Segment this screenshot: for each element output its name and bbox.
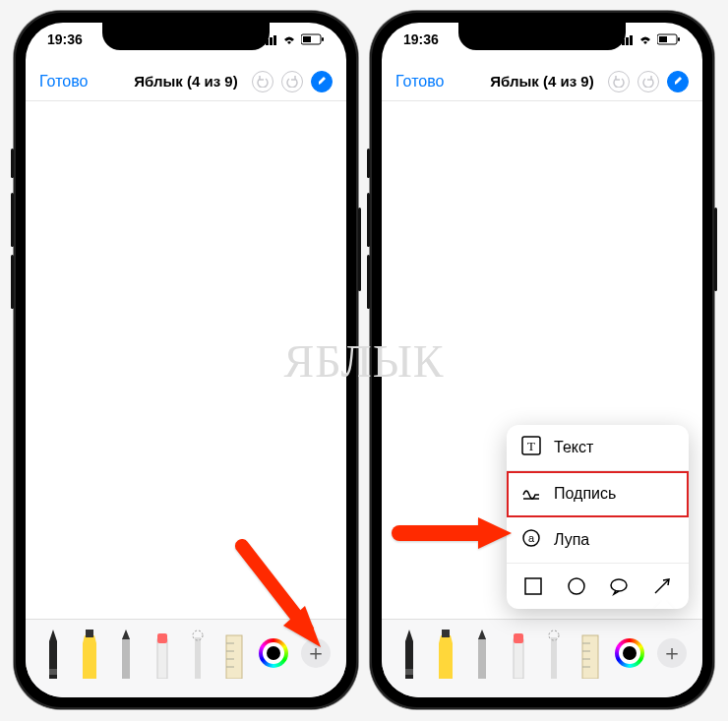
lasso-tool[interactable] [542, 628, 566, 679]
svg-rect-40 [582, 635, 598, 679]
svg-rect-34 [405, 669, 413, 675]
page-title: Яблык (4 из 9) [490, 73, 593, 90]
notch [102, 23, 270, 50]
svg-rect-35 [442, 630, 450, 637]
annotation-arrow [222, 531, 340, 669]
status-time: 19:36 [47, 31, 83, 47]
svg-text:T: T [527, 439, 535, 453]
svg-point-31 [569, 578, 584, 594]
marker-tool[interactable] [434, 628, 457, 679]
color-picker[interactable] [615, 638, 644, 668]
svg-rect-3 [273, 35, 276, 45]
status-time: 19:36 [403, 31, 439, 47]
shape-speech-bubble[interactable] [606, 573, 632, 599]
add-button[interactable]: ＋ [657, 638, 687, 668]
svg-rect-11 [195, 637, 201, 679]
volume-button [11, 255, 14, 309]
markup-toolbar: ＋ [382, 619, 702, 697]
svg-rect-20 [626, 37, 629, 45]
undo-button[interactable] [608, 71, 630, 92]
done-button[interactable]: Готово [39, 73, 88, 90]
svg-marker-48 [478, 517, 512, 549]
shape-arrow[interactable] [649, 573, 675, 599]
battery-icon [301, 33, 325, 45]
svg-rect-6 [322, 37, 324, 41]
power-button [358, 208, 361, 291]
svg-point-32 [611, 579, 627, 591]
svg-rect-9 [157, 639, 167, 679]
svg-rect-2 [270, 37, 273, 45]
menu-label: Текст [554, 439, 593, 456]
markup-button[interactable] [311, 71, 333, 92]
power-button [714, 208, 717, 291]
undo-button[interactable] [252, 71, 273, 92]
svg-line-33 [655, 580, 668, 593]
volume-button [367, 149, 370, 178]
page-title: Яблык (4 из 9) [134, 73, 237, 90]
eraser-tool[interactable] [151, 628, 174, 679]
redo-button[interactable] [281, 71, 303, 92]
text-icon: T [520, 435, 542, 460]
menu-label: Лупа [554, 531, 589, 549]
nav-bar: Готово Яблык (4 из 9) [26, 62, 346, 101]
svg-text:a: a [528, 532, 535, 544]
svg-rect-37 [514, 633, 523, 643]
wifi-icon [637, 33, 653, 45]
svg-rect-21 [630, 35, 633, 45]
svg-rect-8 [86, 630, 93, 637]
marker-tool[interactable] [78, 628, 101, 679]
add-menu-popover: T Текст Подпись a Лупа [507, 425, 689, 609]
phone-frame-right: 19:36 Готово Яблык (4 из 9) [370, 11, 714, 709]
notch [458, 23, 626, 50]
volume-button [367, 255, 370, 309]
pen-tool[interactable] [41, 628, 65, 679]
signature-icon [520, 481, 542, 507]
shape-circle[interactable] [564, 573, 589, 599]
pen-tool[interactable] [397, 628, 421, 679]
wifi-icon [281, 33, 297, 45]
screen: 19:36 Готово Яблык (4 из 9) [382, 23, 702, 697]
svg-rect-38 [551, 637, 557, 679]
markup-button[interactable] [667, 71, 689, 92]
ruler-tool[interactable] [578, 628, 602, 679]
annotation-arrow [392, 513, 519, 553]
menu-shapes-row [507, 564, 689, 609]
svg-rect-30 [525, 578, 541, 594]
shape-square[interactable] [520, 573, 546, 599]
svg-rect-7 [49, 669, 57, 675]
svg-rect-10 [157, 633, 167, 643]
menu-item-magnifier[interactable]: a Лупа [507, 517, 689, 564]
volume-button [11, 193, 14, 247]
svg-rect-5 [303, 36, 311, 42]
volume-button [367, 193, 370, 247]
eraser-tool[interactable] [507, 628, 530, 679]
lasso-tool[interactable] [186, 628, 210, 679]
magnifier-icon: a [520, 527, 542, 553]
svg-rect-36 [514, 639, 523, 679]
done-button[interactable]: Готово [395, 73, 444, 90]
volume-button [11, 149, 14, 178]
battery-icon [657, 33, 681, 45]
nav-bar: Готово Яблык (4 из 9) [382, 62, 702, 101]
menu-item-signature[interactable]: Подпись [507, 471, 689, 517]
menu-label: Подпись [554, 485, 616, 503]
menu-item-text[interactable]: T Текст [507, 425, 689, 471]
pencil-tool[interactable] [114, 628, 138, 679]
redo-button[interactable] [637, 71, 659, 92]
pencil-tool[interactable] [470, 628, 494, 679]
svg-rect-23 [659, 36, 667, 42]
svg-rect-24 [678, 37, 680, 41]
